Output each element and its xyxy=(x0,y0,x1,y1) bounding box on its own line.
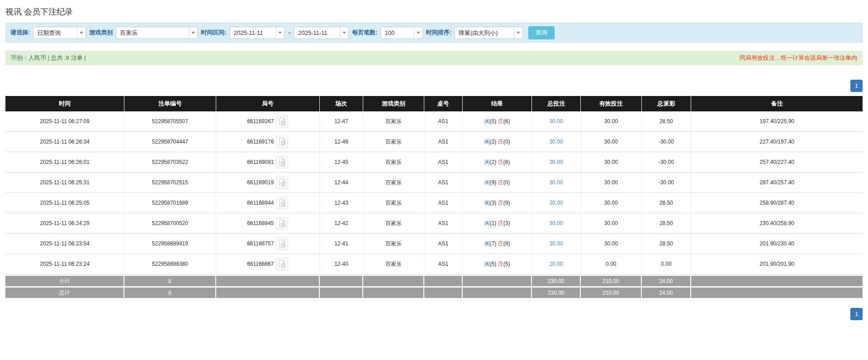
chevron-down-icon[interactable] xyxy=(275,27,284,38)
column-header-valid-bet: 有效投注 xyxy=(581,96,641,111)
cell-table-no: AS1 xyxy=(424,111,463,132)
cell-session: 12-42 xyxy=(320,213,364,234)
table-header-row: 时间 注单编号 局号 场次 游戏类别 桌号 结果 总投注 有效投注 总派彩 备注 xyxy=(5,96,863,111)
grand-total-row: 总计 8 230.00 210.00 24.00 xyxy=(5,286,863,298)
cell-payout: 0.00 xyxy=(642,254,692,274)
cell-result: 闲(2) 庄(0) xyxy=(463,132,532,152)
video-replay-button[interactable] xyxy=(276,197,288,209)
video-replay-button[interactable] xyxy=(276,238,288,250)
cell-total-bet: 30.00 xyxy=(532,193,581,213)
round-number: 661169019 xyxy=(247,179,274,186)
time-range-label: 时间区间: xyxy=(201,29,226,37)
video-replay-button[interactable] xyxy=(276,217,288,230)
video-replay-button[interactable] xyxy=(276,156,288,168)
page-size-value: 100 xyxy=(381,27,414,38)
column-header-table-no: 桌号 xyxy=(424,96,463,111)
cell-bet-id: 522958705507 xyxy=(124,111,216,132)
chevron-down-icon[interactable] xyxy=(189,27,197,38)
page-size-dropdown[interactable]: 100 xyxy=(381,27,423,39)
grand-total-payout: 24.00 xyxy=(642,286,692,298)
cell-remark: 197.40/225.90 xyxy=(691,111,863,132)
cell-bet-id: 522958703522 xyxy=(124,152,216,173)
total-bet-link[interactable]: 30.00 xyxy=(550,179,563,186)
select-type-label: 请选择: xyxy=(10,29,30,37)
round-number: 661168757 xyxy=(247,240,274,247)
cell-round: 661169176 xyxy=(216,132,320,152)
banker-result-value: (9) xyxy=(503,240,510,247)
video-replay-button[interactable] xyxy=(276,258,288,270)
cell-valid-bet: 30.00 xyxy=(581,111,641,132)
cell-round: 661169267 xyxy=(216,111,320,132)
cell-table-no: AS1 xyxy=(424,234,463,254)
pagination-page-1-button[interactable]: 1 xyxy=(850,308,863,320)
player-result-value: (3) xyxy=(490,200,497,206)
betting-records-page: 视讯 会员下注纪录 请选择: 日期查询 游戏类别 百家乐 时间区间: 2025-… xyxy=(5,0,863,320)
total-bet-link[interactable]: 30.00 xyxy=(550,118,563,125)
page-size-label: 每页笔数: xyxy=(352,29,377,37)
total-bet-link[interactable]: 30.00 xyxy=(550,139,563,145)
chevron-down-icon[interactable] xyxy=(514,27,522,38)
date-from-value: 2025-11-11 xyxy=(230,27,275,38)
cell-remark: 258.90/287.40 xyxy=(691,193,863,213)
banker-result-label: 庄 xyxy=(498,220,503,226)
chevron-down-icon[interactable] xyxy=(414,27,422,38)
cell-session: 12-40 xyxy=(320,254,364,274)
player-result-label: 闲 xyxy=(484,139,490,145)
cell-payout: -30.00 xyxy=(642,152,692,173)
cell-time: 2025-11-11 06:27:09 xyxy=(5,111,124,132)
round-number: 661169176 xyxy=(247,139,274,145)
cell-result: 闲(5) 庄(6) xyxy=(463,111,532,132)
grand-total-count: 8 xyxy=(124,286,216,298)
video-replay-button[interactable] xyxy=(276,177,288,189)
sort-order-dropdown[interactable]: 降冪(由大到小) xyxy=(455,27,523,39)
total-bet-link[interactable]: 20.00 xyxy=(550,261,563,267)
cell-table-no: AS1 xyxy=(424,173,463,193)
player-result-label: 闲 xyxy=(484,159,490,165)
banker-result-label: 庄 xyxy=(498,139,503,145)
cell-game-type: 百家乐 xyxy=(363,173,424,193)
cell-round: 661169019 xyxy=(216,173,320,193)
video-replay-button[interactable] xyxy=(276,115,288,128)
cell-round: 661169091 xyxy=(216,152,320,173)
banker-result-value: (3) xyxy=(503,220,510,226)
column-header-payout: 总派彩 xyxy=(642,96,692,111)
banker-result-label: 庄 xyxy=(498,118,503,125)
query-type-dropdown[interactable]: 日期查询 xyxy=(33,27,86,39)
cell-total-bet: 30.00 xyxy=(532,173,581,193)
banker-result-value: (6) xyxy=(503,118,510,125)
date-from-dropdown[interactable]: 2025-11-11 xyxy=(230,27,285,39)
cell-bet-id: 522958698380 xyxy=(124,254,216,274)
betting-records-table: 时间 注单编号 局号 场次 游戏类别 桌号 结果 总投注 有效投注 总派彩 备注… xyxy=(5,96,863,298)
search-button[interactable]: 查询 xyxy=(528,26,555,39)
subtotal-valid-bet: 210.00 xyxy=(581,274,641,286)
round-number: 661169267 xyxy=(247,118,274,125)
banker-result-value: (6) xyxy=(503,159,510,165)
video-replay-button[interactable] xyxy=(276,136,288,148)
cell-result: 闲(9) 庄(0) xyxy=(463,173,532,193)
total-bet-link[interactable]: 30.00 xyxy=(550,159,563,165)
column-header-total-bet: 总投注 xyxy=(532,96,581,111)
cell-total-bet: 30.00 xyxy=(532,152,581,173)
game-type-dropdown[interactable]: 百家乐 xyxy=(116,27,198,39)
total-bet-link[interactable]: 30.00 xyxy=(550,200,563,206)
total-bet-link[interactable]: 30.00 xyxy=(550,240,563,247)
player-result-value: (2) xyxy=(490,139,497,145)
cell-table-no: AS1 xyxy=(424,152,463,173)
cell-time: 2025-11-11 06:23:54 xyxy=(5,234,124,254)
chevron-down-icon[interactable] xyxy=(340,27,348,38)
chevron-down-icon[interactable] xyxy=(77,27,85,38)
grand-total-label: 总计 xyxy=(5,286,124,298)
cell-bet-id: 522958704447 xyxy=(124,132,216,152)
film-file-icon xyxy=(279,260,286,268)
player-result-value: (9) xyxy=(490,179,497,186)
player-result-label: 闲 xyxy=(484,200,490,206)
banker-result-value: (5) xyxy=(503,261,510,267)
cell-valid-bet: 0.00 xyxy=(581,254,641,274)
total-bet-link[interactable]: 30.00 xyxy=(550,220,563,226)
pagination-page-1-button[interactable]: 1 xyxy=(850,80,863,92)
cell-remark: 201.90/201.90 xyxy=(691,254,863,274)
player-result-label: 闲 xyxy=(484,261,490,267)
player-result-value: (2) xyxy=(490,159,497,165)
cell-round: 661168757 xyxy=(216,234,320,254)
date-to-dropdown[interactable]: 2025-11-11 xyxy=(294,27,349,39)
